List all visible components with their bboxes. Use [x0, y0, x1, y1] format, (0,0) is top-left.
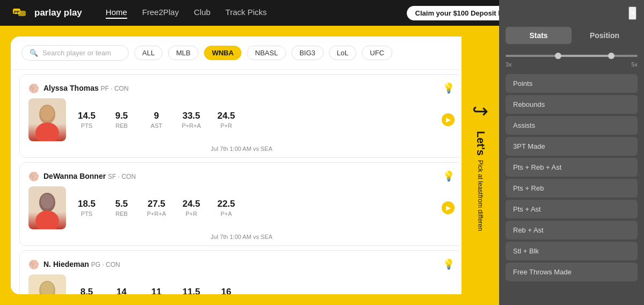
- slider-thumb-right[interactable]: [608, 53, 614, 59]
- player-body-2: 18.5 PTS 5.5 REB 27.5 P+R+A 24.5: [28, 186, 455, 229]
- stat-option-stl-blk[interactable]: Stl + Blk: [506, 242, 638, 260]
- player-name-section-2: 🏀 DeWanna Bonner SF · CON: [28, 171, 136, 181]
- stat-value-pts-2: 18.5: [78, 199, 96, 209]
- search-box[interactable]: 🔍 Search player or team: [21, 45, 129, 61]
- stat-reb-1: 9.5 REB: [109, 111, 134, 129]
- player-avatar-1: [28, 98, 66, 141]
- stat-label-pa-2: P+A: [221, 210, 232, 217]
- tab-stats[interactable]: Stats: [506, 27, 572, 44]
- stat-pa-2: 22.5 P+A: [214, 199, 238, 217]
- player-body-1: 14.5 PTS 9.5 REB 9 AST 33.5: [28, 98, 455, 141]
- filter-wnba[interactable]: WNBA: [204, 46, 241, 60]
- close-button[interactable]: ×: [628, 6, 636, 20]
- filter-ufc[interactable]: UFC: [362, 46, 392, 60]
- slider-max-label: 5x: [631, 61, 638, 68]
- promo-area: ↩ Let's Pick at least from differen: [462, 26, 499, 305]
- bulb-icon-2[interactable]: 💡: [443, 170, 455, 182]
- logo-icon: PP: [13, 6, 30, 19]
- basketball-icon-1: 🏀: [28, 83, 39, 93]
- content-panel: 🔍 Search player or team ALL MLB WNBA NBA…: [11, 37, 472, 294]
- stat-pts-2: 18.5 PTS: [75, 199, 99, 217]
- player-name-2: DeWanna Bonner SF · CON: [43, 172, 136, 180]
- stat-option-free-throws[interactable]: Free Throws Made: [506, 263, 638, 281]
- player-card-3: 🏀 N. Hiedeman PG · CON 💡: [19, 250, 464, 294]
- logo: PP parlay play: [13, 6, 82, 19]
- stat-option-3pt-made[interactable]: 3PT Made: [506, 137, 638, 156]
- stat-value-pts-3: 8.5: [80, 287, 93, 294]
- promo-subtext2: from differen: [477, 195, 484, 231]
- tab-position[interactable]: Position: [572, 27, 638, 44]
- arrow-btn-1[interactable]: ▶: [442, 113, 455, 126]
- bulb-icon-1[interactable]: 💡: [443, 82, 455, 94]
- panel-tabs: Stats Position: [506, 27, 638, 44]
- promo-arrow-icon: ↩: [472, 100, 488, 122]
- svg-point-4: [35, 122, 59, 141]
- player-header-1: 🏀 Alyssa Thomas PF · CON 💡: [28, 82, 455, 94]
- stat-label-reb-1: REB: [115, 122, 128, 129]
- stat-reb-3: 14 REB: [109, 287, 134, 294]
- stats-panel: × Stats Position 3x 5x Points Rebounds A…: [499, 0, 644, 305]
- stat-value-ast-3: 11: [151, 287, 162, 294]
- nav-track-picks[interactable]: Track Picks: [225, 8, 267, 19]
- filter-big3[interactable]: BIG3: [291, 46, 324, 60]
- stat-option-rebounds[interactable]: Rebounds: [506, 95, 638, 114]
- filter-all[interactable]: ALL: [134, 46, 163, 60]
- stat-label-pr-1: P+R: [221, 122, 232, 129]
- basketball-icon-2: 🏀: [28, 171, 39, 181]
- stat-option-points[interactable]: Points: [506, 74, 638, 93]
- nav-free2play[interactable]: Free2Play: [142, 8, 179, 19]
- stat-label-pts-2: PTS: [81, 210, 92, 217]
- stat-value-pr-3: 16: [221, 287, 231, 294]
- stat-pr-2: 24.5 P+R: [179, 199, 203, 217]
- stat-value-pra-2: 27.5: [148, 199, 165, 209]
- stat-value-pa-2: 22.5: [217, 199, 235, 209]
- search-icon: 🔍: [30, 49, 38, 57]
- stat-option-reb-ast[interactable]: Reb + Ast: [506, 221, 638, 239]
- filter-nbasl[interactable]: NBASL: [247, 46, 286, 60]
- stat-value-pr-1: 24.5: [217, 111, 235, 121]
- filter-lol[interactable]: LoL: [329, 46, 357, 60]
- filter-mlb[interactable]: MLB: [168, 46, 199, 60]
- player-stats-1: 14.5 PTS 9.5 REB 9 AST 33.5: [75, 111, 437, 129]
- player-name-1: Alyssa Thomas PF · CON: [43, 84, 129, 92]
- promo-subtext: Pick at least: [477, 160, 484, 195]
- stat-reb-2: 5.5 REB: [109, 199, 134, 217]
- nav-home[interactable]: Home: [106, 8, 127, 19]
- player-stats-3: 8.5 PTS 14 REB 11 AST 11.5: [75, 287, 455, 294]
- player-card-2: 🏀 DeWanna Bonner SF · CON 💡: [19, 162, 464, 246]
- player-header-3: 🏀 N. Hiedeman PG · CON 💡: [28, 258, 455, 270]
- slider-section: 3x 5x: [506, 50, 638, 68]
- stat-ast-3: 11 AST: [144, 287, 169, 294]
- logo-text: parlay play: [34, 8, 82, 18]
- bulb-icon-3[interactable]: 💡: [443, 258, 455, 270]
- player-pos-team-3: PG · CON: [91, 261, 120, 268]
- stat-label-pr-2: P+R: [186, 210, 197, 217]
- stat-pts-1: 14.5 PTS: [75, 111, 99, 129]
- stat-value-pts-1: 14.5: [78, 111, 96, 121]
- stat-option-pts-reb-ast[interactable]: Pts + Reb + Ast: [506, 158, 638, 177]
- player-list: 🏀 Alyssa Thomas PF · CON 💡: [11, 70, 472, 294]
- slider-track[interactable]: [506, 55, 638, 57]
- nav-links: Home Free2Play Club Track Picks: [106, 8, 267, 19]
- player-header-2: 🏀 DeWanna Bonner SF · CON 💡: [28, 170, 455, 182]
- player-match-1: Jul 7th 1:00 AM vs SEA: [28, 146, 455, 152]
- stat-value-reb-2: 5.5: [115, 199, 128, 209]
- slider-min-label: 3x: [506, 61, 512, 68]
- svg-point-7: [35, 210, 59, 229]
- slider-thumb-left[interactable]: [555, 53, 561, 59]
- stat-pra-1: 33.5 P+R+A: [179, 111, 203, 129]
- slider-labels: 3x 5x: [506, 61, 638, 68]
- stat-option-pts-ast[interactable]: Pts + Ast: [506, 200, 638, 219]
- arrow-btn-2[interactable]: ▶: [442, 201, 455, 214]
- player-stats-2: 18.5 PTS 5.5 REB 27.5 P+R+A 24.5: [75, 199, 437, 217]
- stat-option-pts-reb[interactable]: Pts + Reb: [506, 179, 638, 198]
- stat-value-ast-1: 9: [154, 111, 159, 121]
- player-name-3: N. Hiedeman PG · CON: [43, 260, 120, 268]
- player-avatar-3: [28, 274, 66, 294]
- stat-option-assists[interactable]: Assists: [506, 116, 638, 135]
- search-placeholder: Search player or team: [42, 49, 111, 57]
- player-body-3: 8.5 PTS 14 REB 11 AST 11.5: [28, 274, 455, 294]
- stat-pra-2: 27.5 P+R+A: [144, 199, 169, 217]
- nav-club[interactable]: Club: [194, 8, 210, 19]
- player-match-2: Jul 7th 1:00 AM vs SEA: [28, 234, 455, 240]
